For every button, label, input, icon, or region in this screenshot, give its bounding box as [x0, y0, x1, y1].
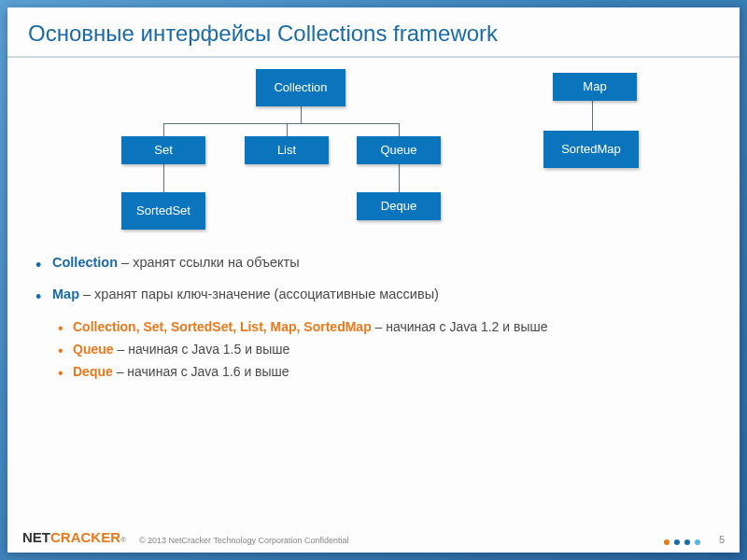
- sub-item: Queue – начиная с Java 1.5 и выше: [52, 341, 713, 358]
- dot-icon: [674, 539, 680, 545]
- logo-text-b: CRACKER: [50, 529, 120, 545]
- node-deque: Deque: [357, 192, 441, 220]
- sub-list: Collection, Set, SortedSet, List, Map, S…: [52, 318, 713, 381]
- bullet-list: Collection – хранят ссылки на объекты Ma…: [34, 254, 713, 381]
- slide-title: Основные интерфейсы Collections framewor…: [7, 7, 740, 58]
- kw-interfaces-12: Collection, Set, SortedSet, List, Map, S…: [73, 319, 372, 334]
- bullet-collection: Collection – хранят ссылки на объекты: [34, 254, 713, 273]
- connector: [163, 123, 399, 124]
- copyright: © 2013 NetCracker Technology Corporation…: [139, 536, 349, 545]
- dot-icon: [695, 539, 700, 545]
- brand-dots: [664, 539, 700, 545]
- connector: [287, 123, 288, 136]
- page-number: 5: [719, 534, 725, 545]
- dot-icon: [664, 539, 669, 545]
- sub-item: Deque – начиная с Java 1.6 и выше: [52, 363, 713, 381]
- dot-icon: [684, 539, 690, 545]
- connector: [163, 123, 164, 136]
- logo-reg: ®: [120, 536, 126, 544]
- text: – начиная с Java 1.2 и выше: [372, 319, 548, 334]
- connector: [399, 164, 400, 192]
- node-queue: Queue: [357, 136, 441, 164]
- bullet-map: Map – хранят пары ключ-значение (ассоциа…: [34, 286, 713, 381]
- interface-diagram: Collection Set List Queue SortedSet Dequ…: [34, 69, 713, 246]
- kw-deque: Deque: [73, 364, 113, 379]
- logo: NETCRACKER®: [22, 529, 126, 545]
- kw-map: Map: [52, 287, 79, 301]
- node-collection: Collection: [256, 69, 345, 106]
- text: – хранят пары ключ-значение (ассоциативн…: [79, 287, 439, 301]
- text: – начиная с Java 1.6 и выше: [113, 364, 289, 379]
- footer: NETCRACKER® © 2013 NetCracker Technology…: [7, 529, 740, 549]
- kw-collection: Collection: [52, 255, 118, 270]
- slide-content: Collection Set List Queue SortedSet Dequ…: [7, 58, 740, 405]
- kw-queue: Queue: [73, 342, 114, 357]
- text: – начиная с Java 1.5 и выше: [114, 342, 290, 357]
- text: – хранят ссылки на объекты: [118, 255, 300, 270]
- connector: [399, 123, 400, 136]
- connector: [301, 106, 302, 123]
- node-map: Map: [553, 73, 637, 101]
- connector: [163, 164, 164, 192]
- node-set: Set: [121, 136, 205, 164]
- node-sortedset: SortedSet: [121, 192, 205, 230]
- connector: [592, 101, 593, 131]
- node-list: List: [245, 136, 329, 164]
- sub-item: Collection, Set, SortedSet, List, Map, S…: [52, 318, 713, 336]
- slide: Основные интерфейсы Collections framewor…: [7, 7, 740, 553]
- node-sortedmap: SortedMap: [543, 131, 639, 168]
- logo-text-a: NET: [22, 529, 50, 545]
